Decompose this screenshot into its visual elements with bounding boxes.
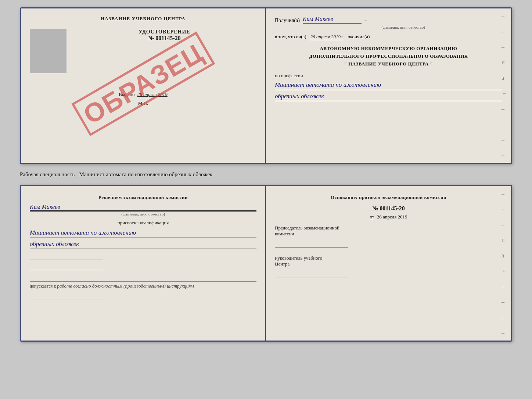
osnovanie-text: Основание: протокол экзаменационной коми… [331,195,446,200]
signature-lines [30,253,256,270]
profession-line1: Машинист автомата по изготовлению [275,80,502,90]
org-line2: ДОПОЛНИТЕЛЬНОГО ПРОФЕССИОНАЛЬНОГО ОБРАЗО… [275,53,502,60]
rukov-sign-line [275,271,348,278]
osnovanie-block: Основание: протокол экзаменационной коми… [275,193,502,202]
mp-line: М.П. [138,100,148,106]
komissia-name-section: Ким Макеев (фамилия, имя, отчество) [30,204,256,216]
ot-label: от [370,214,374,220]
vydano-label: Выдано [119,92,134,97]
org-block: АВТОНОМНУЮ НЕКОММЕРЧЕСКУЮ ОРГАНИЗАЦИЮ ДО… [275,45,502,68]
sign-line-2 [30,263,103,270]
top-doc-right: Получил(а) Ким Макеев – (фамилия, имя, о… [266,8,511,163]
top-training-center-title: НАЗВАНИЕ УЧЕБНОГО ЦЕНТРА [101,16,186,22]
dopuskaetsya-section: допускается к работе согласно должностны… [30,281,256,289]
fio-label-top: (фамилия, имя, отчество) [304,25,502,29]
org-name: " НАЗВАНИЕ УЧЕБНОГО ЦЕНТРА " [275,60,502,68]
vydano-date: 26 апреля 2019 [137,92,168,97]
receiver-name: Ким Макеев [303,16,362,24]
profession-line2: обрезных обложек [275,92,502,101]
receiver-line: Получил(а) Ким Макеев – [275,16,502,24]
vydano-section: Выдано 26 апреля 2019 [119,91,168,97]
komissia-person-name: Ким Макеев [30,204,256,211]
caption-line: Рабочая специальность - Машинист автомат… [20,170,512,179]
vydano-line: Выдано 26 апреля 2019 [119,92,168,97]
dopusk-text: работе согласно должностным (производств… [57,283,194,289]
po-professii-label: по профессии [275,73,502,79]
protokol-date: 26 апреля 2019 [377,214,407,220]
bottom-document: Решением экзаменационной комиссии Ким Ма… [20,185,512,342]
vtom-date: 26 апреля 2019г. [310,34,344,40]
okonchill-label: окончил(а) [348,34,370,39]
top-doc-left: НАЗВАНИЕ УЧЕБНОГО ЦЕНТРА УДОСТОВЕРЕНИЕ №… [21,8,266,163]
dash1: – [364,18,367,24]
predsedatel-block: Председатель экзаменационной комиссии [275,225,502,248]
komissia-fio-label: (фамилия, имя, отчество) [30,211,256,216]
vtom-line: в том, что он(а) 26 апреля 2019г. окончи… [275,34,502,40]
ot-date-line: от 26 апреля 2019 [275,214,502,220]
rukov-label2: Центра [275,261,502,267]
predsedatel-label1: Председатель экзаменационной [275,225,502,231]
org-line1: АВТОНОМНУЮ НЕКОММЕРЧЕСКУЮ ОРГАНИЗАЦИЮ [275,45,502,53]
prisvoena-label: присвоена квалификация [30,220,256,226]
rukov-block: Руководитель учебного Центра [275,255,502,278]
predsedatel-sign-line [275,241,348,248]
bottom-doc-right: Основание: протокол экзаменационной коми… [266,186,511,341]
resheniem-label: Решением экзаменационной комиссии [98,195,188,200]
bottom-doc-left: Решением экзаменационной комиссии Ким Ма… [21,186,266,341]
predsedatel-label2: комиссии [275,231,502,237]
vtom-label: в том, что он(а) [275,34,306,39]
top-document: НАЗВАНИЕ УЧЕБНОГО ЦЕНТРА УДОСТОВЕРЕНИЕ №… [20,7,512,164]
rukov-label1: Руководитель учебного [275,255,502,261]
resheniem-block: Решением экзаменационной комиссии [30,193,256,202]
poluchil-label: Получил(а) [275,18,300,24]
kvalif-line1: Машинист автомата по изготовлению [30,228,256,238]
protokol-nomer: № 001145-20 [275,205,502,212]
dopuskaetsya-label: допускается к [30,284,56,289]
sign-line-3 [30,292,103,299]
left-inner: УДОСТОВЕРЕНИЕ № 001145-20 [30,29,256,76]
fio-label-text: (фамилия, имя, отчество) [304,25,502,29]
sign-line-1 [30,253,103,260]
kvalif-line2: обрезных обложек [30,239,256,249]
photo-placeholder [30,29,66,73]
right-dashes-bottom: – – – и а ← – – – – [502,186,507,341]
right-dashes: – – – и а ← – – – – [502,8,507,163]
